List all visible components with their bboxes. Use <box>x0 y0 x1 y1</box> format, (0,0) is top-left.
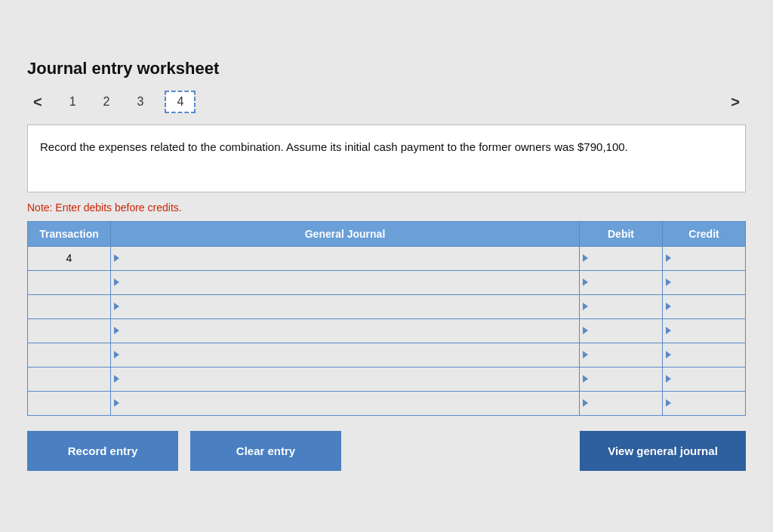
triangle-icon <box>114 351 119 358</box>
prev-arrow[interactable]: < <box>27 91 48 114</box>
header-transaction: Transaction <box>28 221 111 246</box>
debit-input[interactable] <box>591 299 659 314</box>
credit-input[interactable] <box>674 347 742 362</box>
triangle-icon <box>666 327 671 334</box>
triangle-icon <box>583 351 588 358</box>
tab-2[interactable]: 2 <box>97 92 116 112</box>
credit-cell[interactable] <box>663 391 746 415</box>
table-row <box>28 391 746 415</box>
triangle-icon <box>583 375 588 383</box>
triangle-icon <box>583 278 588 286</box>
triangle-icon <box>583 327 588 334</box>
tab-1[interactable]: 1 <box>63 92 82 112</box>
gj-input[interactable] <box>122 251 576 266</box>
general-journal-cell[interactable] <box>111 391 580 415</box>
header-credit: Credit <box>663 221 746 246</box>
table-row <box>28 318 746 343</box>
credit-input[interactable] <box>674 371 742 386</box>
gj-input[interactable] <box>122 347 576 362</box>
tab-3[interactable]: 3 <box>131 92 150 112</box>
triangle-icon <box>114 375 119 383</box>
credit-cell[interactable] <box>663 318 746 343</box>
credit-input[interactable] <box>674 251 742 266</box>
general-journal-cell[interactable] <box>111 270 580 294</box>
debit-input[interactable] <box>591 347 659 362</box>
transaction-cell <box>28 343 111 367</box>
triangle-icon <box>583 303 588 310</box>
header-general-journal: General Journal <box>111 221 580 246</box>
journal-table: Transaction General Journal Debit Credit… <box>27 221 746 416</box>
debit-input[interactable] <box>591 395 659 411</box>
triangle-icon <box>114 327 119 334</box>
description-box: Record the expenses related to the combi… <box>27 125 746 192</box>
credit-input[interactable] <box>674 299 742 314</box>
button-row: Record entry Clear entry View general jo… <box>27 431 746 471</box>
debit-cell[interactable] <box>580 367 663 391</box>
triangle-icon <box>666 278 671 286</box>
tab-navigation: < 1 2 3 4 > <box>27 91 746 114</box>
general-journal-cell[interactable] <box>111 318 580 343</box>
debit-cell[interactable] <box>580 270 663 294</box>
description-text: Record the expenses related to the combi… <box>40 140 628 153</box>
debit-cell[interactable] <box>580 391 663 415</box>
triangle-icon <box>583 254 588 262</box>
triangle-icon <box>114 303 119 310</box>
debit-input[interactable] <box>591 275 659 290</box>
triangle-icon <box>114 399 119 407</box>
debit-cell[interactable] <box>580 294 663 318</box>
view-general-journal-button[interactable]: View general journal <box>580 431 746 471</box>
transaction-cell <box>28 367 111 391</box>
table-row <box>28 343 746 367</box>
table-row: 4 <box>28 246 746 270</box>
note-text: Note: Enter debits before credits. <box>27 201 746 214</box>
header-debit: Debit <box>580 221 663 246</box>
debit-cell[interactable] <box>580 246 663 270</box>
credit-cell[interactable] <box>663 270 746 294</box>
gj-input[interactable] <box>122 275 576 290</box>
credit-input[interactable] <box>674 275 742 290</box>
triangle-icon <box>666 375 671 383</box>
credit-cell[interactable] <box>663 294 746 318</box>
gj-input[interactable] <box>122 395 576 411</box>
page-title: Journal entry worksheet <box>27 59 746 78</box>
triangle-icon <box>666 254 671 262</box>
gj-input[interactable] <box>122 323 576 338</box>
credit-cell[interactable] <box>663 343 746 367</box>
table-row <box>28 270 746 294</box>
credit-cell[interactable] <box>663 246 746 270</box>
next-arrow[interactable]: > <box>725 91 746 114</box>
triangle-icon <box>114 254 119 262</box>
transaction-cell <box>28 391 111 415</box>
tab-4[interactable]: 4 <box>165 91 196 113</box>
gj-input[interactable] <box>122 299 576 314</box>
triangle-icon <box>666 303 671 310</box>
worksheet-container: Journal entry worksheet < 1 2 3 4 > Reco… <box>9 44 764 489</box>
gj-input[interactable] <box>122 371 576 386</box>
transaction-cell <box>28 270 111 294</box>
triangle-icon <box>114 278 119 286</box>
debit-cell[interactable] <box>580 318 663 343</box>
record-entry-button[interactable]: Record entry <box>27 431 178 471</box>
triangle-icon <box>666 351 671 358</box>
credit-cell[interactable] <box>663 367 746 391</box>
transaction-cell <box>28 294 111 318</box>
triangle-icon <box>583 399 588 407</box>
general-journal-cell[interactable] <box>111 343 580 367</box>
table-row <box>28 294 746 318</box>
general-journal-cell[interactable] <box>111 294 580 318</box>
table-row <box>28 367 746 391</box>
clear-entry-button[interactable]: Clear entry <box>190 431 341 471</box>
debit-input[interactable] <box>591 371 659 386</box>
general-journal-cell[interactable] <box>111 246 580 270</box>
debit-cell[interactable] <box>580 343 663 367</box>
credit-input[interactable] <box>674 395 742 411</box>
transaction-cell: 4 <box>28 246 111 270</box>
debit-input[interactable] <box>591 251 659 266</box>
debit-input[interactable] <box>591 323 659 338</box>
credit-input[interactable] <box>674 323 742 338</box>
transaction-cell <box>28 318 111 343</box>
triangle-icon <box>666 399 671 407</box>
general-journal-cell[interactable] <box>111 367 580 391</box>
